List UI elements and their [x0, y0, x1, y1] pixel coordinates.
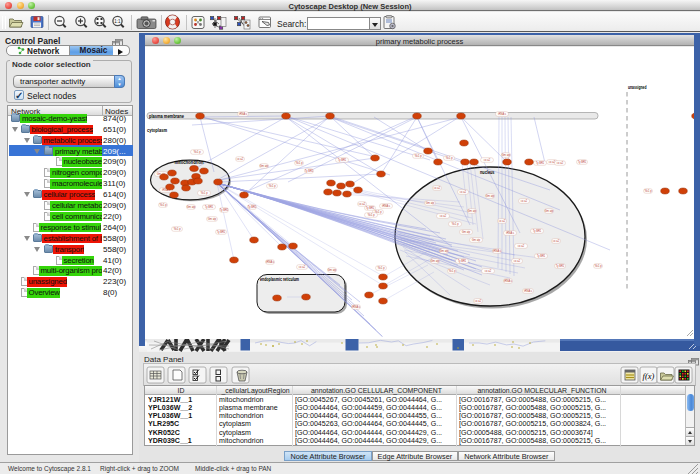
- svg-text:Yki1 p: Yki1 p: [367, 213, 375, 217]
- svg-text:Gm atp: Gm atp: [328, 268, 337, 272]
- svg-text:tRNA s: tRNA s: [382, 204, 391, 208]
- svg-text:Yki1 p: Yki1 p: [173, 227, 181, 231]
- svg-text:Ty BR1: Ty BR1: [220, 208, 229, 212]
- svg-text:Gm atp: Gm atp: [187, 205, 196, 209]
- svg-text:tRNA s: tRNA s: [506, 231, 515, 235]
- svg-text:tRNA s: tRNA s: [504, 279, 513, 283]
- svg-text:Gm atp: Gm atp: [431, 259, 440, 263]
- svg-text:Ty BR1: Ty BR1: [578, 160, 587, 164]
- svg-text:Gm atp: Gm atp: [486, 194, 495, 198]
- svg-text:Ty BR1: Ty BR1: [305, 169, 314, 173]
- svg-text:tRNA s: tRNA s: [352, 305, 361, 309]
- svg-text:co a2: co a2: [485, 269, 492, 273]
- svg-text:f(x): f(x): [643, 371, 655, 381]
- svg-text:co a2: co a2: [514, 259, 521, 263]
- svg-text:co a2: co a2: [299, 265, 306, 269]
- svg-text:nucleus: nucleus: [480, 169, 495, 175]
- svg-text:Yki1 p: Yki1 p: [451, 222, 459, 226]
- svg-text:co a2: co a2: [475, 299, 482, 303]
- svg-text:Ty BR1: Ty BR1: [533, 229, 542, 233]
- svg-text:co a2: co a2: [521, 199, 528, 203]
- svg-text:co a2: co a2: [359, 202, 366, 206]
- svg-text:tRNA s: tRNA s: [493, 249, 502, 253]
- svg-text:Gm atp: Gm atp: [462, 230, 471, 234]
- svg-text:Ty BR1: Ty BR1: [458, 259, 467, 263]
- svg-text:co a2: co a2: [460, 190, 467, 194]
- svg-text:Ty BR1: Ty BR1: [537, 254, 546, 258]
- svg-text:Yki1 p: Yki1 p: [159, 203, 167, 207]
- svg-text:1:1: 1:1: [114, 19, 121, 24]
- svg-text:Yki1 p: Yki1 p: [193, 150, 201, 154]
- svg-text:co a2: co a2: [518, 244, 525, 248]
- svg-text:Yki1 p: Yki1 p: [445, 156, 453, 160]
- svg-text:Gm atp: Gm atp: [426, 201, 435, 205]
- svg-text:Gm atp: Gm atp: [472, 238, 481, 242]
- svg-text:Yki1 p: Yki1 p: [414, 154, 422, 158]
- svg-text:Yki1 p: Yki1 p: [448, 269, 456, 273]
- svg-text:Yki1 p: Yki1 p: [268, 184, 276, 188]
- svg-text:Ty BR1: Ty BR1: [338, 158, 347, 162]
- svg-text:Yki1 p: Yki1 p: [377, 266, 385, 270]
- svg-text:co a2: co a2: [484, 158, 491, 162]
- svg-text:Yki1 p: Yki1 p: [594, 264, 602, 268]
- svg-text:tRNA s: tRNA s: [498, 112, 507, 116]
- svg-text:tRNA s: tRNA s: [239, 112, 248, 116]
- svg-text:Gm atp: Gm atp: [502, 153, 511, 157]
- svg-text:Gm atp: Gm atp: [468, 209, 477, 213]
- svg-text:co a2: co a2: [499, 219, 506, 223]
- svg-text:tRNA s: tRNA s: [266, 260, 275, 264]
- svg-text:Gm atp: Gm atp: [208, 217, 217, 221]
- svg-text:Ty BR1: Ty BR1: [366, 206, 375, 210]
- svg-text:tRNA s: tRNA s: [524, 289, 533, 293]
- svg-text:Gm atp: Gm atp: [440, 249, 449, 253]
- svg-text:Yki1 p: Yki1 p: [295, 161, 303, 165]
- svg-text:plasma membrane: plasma membrane: [149, 113, 184, 119]
- svg-text:co a2: co a2: [553, 239, 560, 243]
- svg-text:co a2: co a2: [440, 214, 447, 218]
- svg-text:Gm atp: Gm atp: [545, 209, 554, 213]
- svg-text:Ty BR1: Ty BR1: [248, 205, 257, 209]
- svg-text:co a2: co a2: [434, 186, 441, 190]
- svg-text:Gm atp: Gm atp: [260, 164, 269, 168]
- svg-text:Ty BR1: Ty BR1: [556, 264, 565, 268]
- svg-text:co a2: co a2: [557, 161, 564, 165]
- svg-text:Ty BR1: Ty BR1: [217, 230, 226, 234]
- svg-text:cytoplasm: cytoplasm: [147, 127, 167, 133]
- svg-text:co a2: co a2: [237, 157, 244, 161]
- svg-text:Yki1 p: Yki1 p: [200, 191, 208, 195]
- svg-text:mitochondrion: mitochondrion: [175, 159, 204, 165]
- svg-text:endoplasmic reticulum: endoplasmic reticulum: [260, 276, 299, 282]
- svg-text:unassigned: unassigned: [628, 84, 647, 90]
- svg-text:Ty BR1: Ty BR1: [536, 161, 545, 165]
- svg-text:Yki1 p: Yki1 p: [644, 189, 652, 193]
- svg-text:Ty BR1: Ty BR1: [205, 205, 214, 209]
